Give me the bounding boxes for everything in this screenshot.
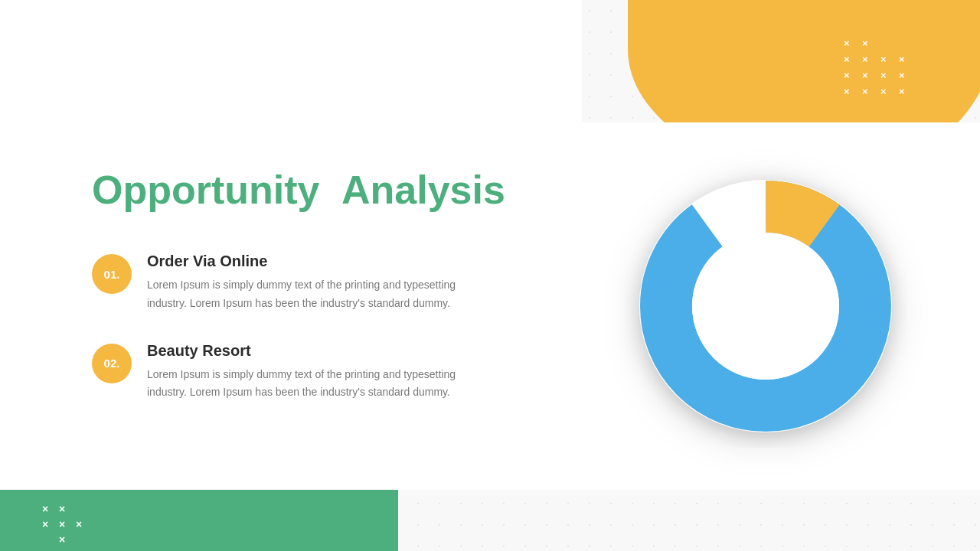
- x-mark-icon: ×: [899, 86, 911, 96]
- title-section: Opportunity Analysis: [92, 168, 505, 212]
- x-mark-icon: ×: [59, 519, 71, 530]
- item-text-block: Order Via Online Lorem Ipsum is simply d…: [147, 253, 476, 313]
- donut-chart: [624, 165, 907, 448]
- title-part2: Analysis: [341, 168, 505, 212]
- page-title: Opportunity Analysis: [92, 168, 505, 212]
- x-mark-icon: ×: [899, 70, 911, 80]
- item-text-block: Beauty Resort Lorem Ipsum is simply dumm…: [147, 342, 476, 403]
- x-mark-icon: ×: [862, 38, 874, 48]
- x-mark-icon: ×: [42, 504, 54, 514]
- list-item: 02. Beauty Resort Lorem Ipsum is simply …: [92, 342, 521, 403]
- x-mark-icon: ×: [899, 54, 911, 64]
- x-mark-icon: ×: [844, 70, 856, 80]
- x-mark-icon: [76, 534, 88, 545]
- item-number-badge: 02.: [92, 344, 132, 383]
- x-mark-icon: ×: [880, 86, 893, 96]
- item-body: Lorem Ipsum is simply dummy text of the …: [147, 276, 476, 313]
- list-item: 01. Order Via Online Lorem Ipsum is simp…: [92, 253, 521, 313]
- x-mark-icon: ×: [844, 86, 856, 96]
- x-mark-icon: [42, 534, 54, 545]
- x-mark-icon: ×: [844, 54, 856, 64]
- x-mark-icon: ×: [59, 534, 71, 545]
- x-mark-icon: ×: [862, 54, 874, 64]
- x-mark-icon: ×: [42, 519, 54, 530]
- x-mark-icon: [899, 38, 911, 48]
- x-marks-top-right: × × × × × × × × × × × × × ×: [844, 38, 911, 96]
- x-mark-icon: [880, 38, 893, 48]
- x-mark-icon: ×: [862, 70, 874, 80]
- list-container: 01. Order Via Online Lorem Ipsum is simp…: [92, 253, 521, 431]
- x-mark-icon: ×: [880, 70, 893, 80]
- x-mark-icon: [76, 504, 88, 514]
- title-part1: Opportunity: [92, 168, 320, 212]
- x-mark-icon: ×: [844, 38, 856, 48]
- x-mark-icon: ×: [862, 86, 874, 96]
- donut-inner-circle: [692, 233, 839, 380]
- top-white-area: [0, 0, 582, 122]
- item-heading: Beauty Resort: [147, 342, 476, 360]
- x-mark-icon: ×: [76, 519, 88, 530]
- x-marks-bottom-left: × × × × × ×: [42, 504, 88, 545]
- donut-chart-container: [620, 142, 911, 471]
- x-mark-icon: ×: [880, 54, 893, 64]
- item-number-badge: 01.: [92, 254, 132, 294]
- item-body: Lorem Ipsum is simply dummy text of the …: [147, 366, 476, 403]
- x-mark-icon: ×: [59, 504, 71, 514]
- item-heading: Order Via Online: [147, 253, 476, 270]
